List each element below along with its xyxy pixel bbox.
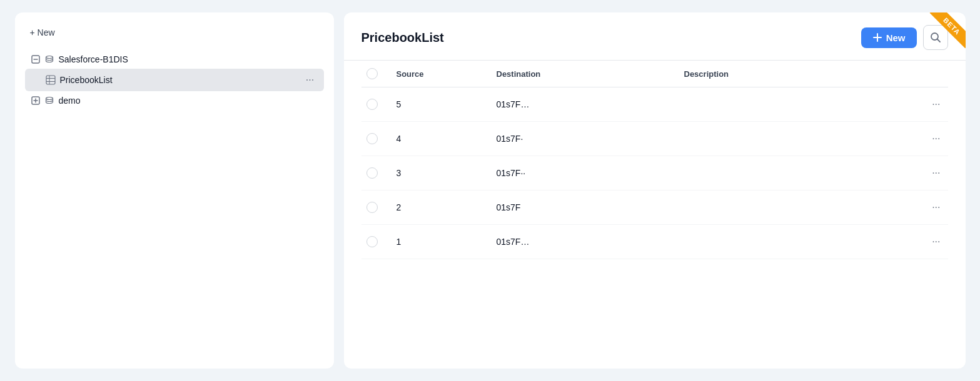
row-more-button-2[interactable]: ··· [879, 167, 943, 179]
row-destination-0: 01s7F… [492, 87, 679, 122]
new-button[interactable]: New [861, 27, 917, 48]
table-row: 1 01s7F… ··· [361, 225, 948, 259]
row-description-0 [679, 87, 874, 122]
sidebar-label-salesforce: Salesforce-B1DIS [59, 54, 319, 64]
row-actions-0[interactable]: ··· [874, 87, 948, 122]
search-icon [930, 32, 941, 43]
row-checkbox-cell [361, 122, 391, 156]
row-description-1 [679, 122, 874, 156]
row-description-3 [679, 190, 874, 225]
row-actions-4[interactable]: ··· [874, 225, 948, 259]
row-checkbox-cell [361, 225, 391, 259]
table-row: 5 01s7F… ··· [361, 87, 948, 122]
expand-icon-demo [30, 95, 41, 106]
plus-icon [872, 32, 882, 42]
row-checkbox-1[interactable] [366, 133, 378, 144]
row-source-0: 5 [391, 87, 492, 122]
table-row: 4 01s7F· ··· [361, 122, 948, 156]
search-button[interactable] [923, 25, 948, 50]
col-header-actions [874, 61, 948, 87]
header-checkbox[interactable] [366, 68, 378, 79]
sidebar-item-salesforce-b1dis[interactable]: Salesforce-B1DIS ··· [25, 50, 324, 69]
row-more-button-4[interactable]: ··· [879, 236, 943, 247]
database-icon-demo [44, 95, 55, 106]
col-header-checkbox [361, 61, 391, 87]
col-header-source: Source [391, 61, 492, 87]
row-source-2: 3 [391, 156, 492, 190]
data-table: Source Destination Description [361, 61, 948, 259]
col-header-destination: Destination [492, 61, 679, 87]
row-destination-3: 01s7F [492, 190, 679, 225]
expand-icon-salesforce [30, 54, 41, 65]
row-checkbox-cell [361, 87, 391, 122]
row-more-button-0[interactable]: ··· [879, 99, 943, 110]
main-panel: BETA PricebookList New [344, 12, 966, 369]
row-checkbox-0[interactable] [366, 99, 378, 110]
sidebar-item-demo[interactable]: demo ··· [25, 91, 324, 110]
row-actions-2[interactable]: ··· [874, 156, 948, 190]
sidebar-new-button[interactable]: + New [25, 25, 60, 40]
sidebar-label-pricebooklist: PricebookList [60, 75, 301, 85]
panel-header: PricebookList New [344, 12, 966, 61]
row-checkbox-cell [361, 156, 391, 190]
sidebar: + New Salesforce-B1DIS ··· [15, 12, 334, 369]
svg-point-10 [46, 97, 53, 100]
row-actions-3[interactable]: ··· [874, 190, 948, 225]
row-description-4 [679, 225, 874, 259]
table-row: 2 01s7F ··· [361, 190, 948, 225]
row-more-button-3[interactable]: ··· [879, 202, 943, 213]
sidebar-more-pricebooklist[interactable]: ··· [301, 72, 319, 87]
row-checkbox-4[interactable] [366, 236, 378, 247]
row-source-3: 2 [391, 190, 492, 225]
sidebar-label-demo: demo [59, 96, 319, 106]
sidebar-item-pricebooklist[interactable]: PricebookList ··· [25, 69, 324, 91]
page-title: PricebookList [361, 31, 861, 45]
svg-line-14 [937, 39, 940, 42]
row-destination-2: 01s7F·· [492, 156, 679, 190]
header-actions: New [861, 25, 948, 50]
row-checkbox-cell [361, 190, 391, 225]
svg-point-2 [46, 56, 53, 59]
row-more-button-1[interactable]: ··· [879, 133, 943, 144]
row-source-1: 4 [391, 122, 492, 156]
row-description-2 [679, 156, 874, 190]
table-container: Source Destination Description [344, 61, 966, 369]
app-container: + New Salesforce-B1DIS ··· [15, 12, 966, 369]
col-header-description: Description [679, 61, 874, 87]
row-actions-1[interactable]: ··· [874, 122, 948, 156]
table-row: 3 01s7F·· ··· [361, 156, 948, 190]
table-icon-pricebooklist [45, 74, 56, 86]
svg-rect-3 [46, 76, 55, 84]
database-icon-salesforce [44, 54, 55, 65]
row-destination-1: 01s7F· [492, 122, 679, 156]
row-checkbox-2[interactable] [366, 167, 378, 179]
row-source-4: 1 [391, 225, 492, 259]
row-destination-4: 01s7F… [492, 225, 679, 259]
row-checkbox-3[interactable] [366, 202, 378, 213]
table-header-row: Source Destination Description [361, 61, 948, 87]
new-button-label: New [886, 32, 906, 43]
